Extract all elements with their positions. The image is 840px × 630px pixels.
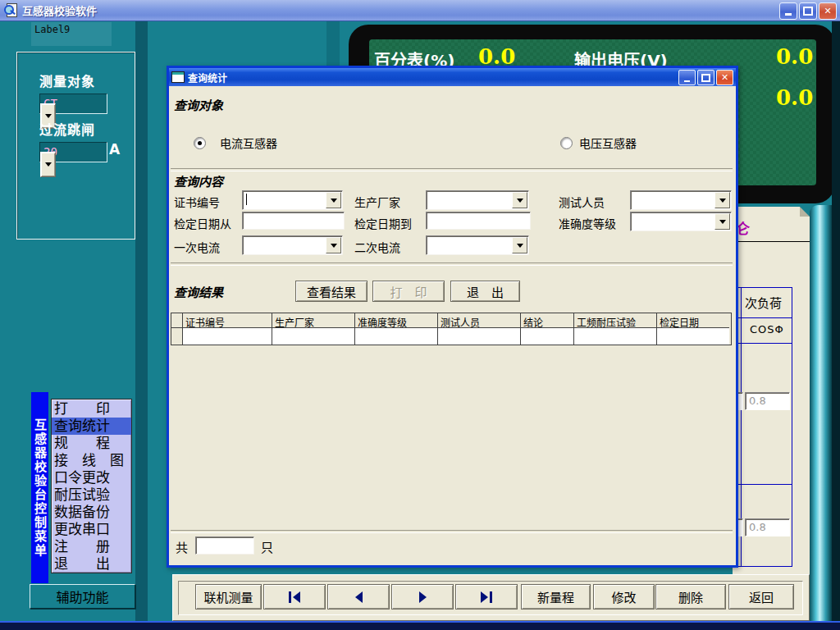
cos-phi-input-2[interactable]: 0.8 [745, 518, 790, 536]
dialog-maximize-button[interactable] [697, 70, 714, 85]
chevron-down-icon[interactable] [326, 192, 341, 208]
menu-item-print[interactable]: 打 印 [52, 400, 131, 418]
cos-phi-input-1[interactable]: 0.8 [745, 392, 790, 410]
second-row-value: 0.0 [776, 85, 813, 110]
chevron-down-icon[interactable] [326, 237, 341, 253]
menu-item-wiring-diagram[interactable]: 接 线 图 [52, 452, 131, 469]
return-button[interactable]: 返回 [728, 584, 794, 609]
col-verify-date: 检定日期 [657, 313, 729, 328]
label9-patch: Label9 [31, 22, 112, 46]
menu-item-register[interactable]: 注 册 [52, 538, 131, 555]
voltage-transformer-label[interactable]: 电压互感器 [579, 135, 637, 151]
verify-date-to-label: 检定日期到 [354, 215, 412, 231]
measure-object-label: 测量对象 [39, 71, 95, 90]
verify-date-to-input[interactable] [426, 212, 531, 230]
auxiliary-functions-button[interactable]: 辅助功能 [30, 584, 135, 609]
secondary-current-combo[interactable] [426, 235, 529, 255]
dialog-close-button[interactable]: ✕ [716, 70, 733, 85]
row-selector-header [171, 313, 183, 328]
query-statistics-dialog: 查询统计 ✕ 查询对象 电流互感器 电压互感器 查询内容 证书编号 生产厂家 [167, 66, 738, 568]
menu-item-exit[interactable]: 退 出 [52, 555, 131, 573]
dialog-title: 查询统计 [188, 71, 227, 84]
primary-current-combo[interactable] [242, 235, 343, 255]
page-fold-corner [800, 207, 810, 217]
dialog-titlebar[interactable]: 查询统计 ✕ [169, 68, 736, 86]
tester-combo[interactable] [630, 190, 732, 210]
chevron-down-icon[interactable] [512, 237, 527, 253]
window-close-button[interactable]: ✕ [819, 2, 837, 20]
secondary-current-label: 二次电流 [354, 239, 400, 255]
modify-button[interactable]: 修改 [593, 584, 655, 609]
secondary-load-header: 次负荷 [745, 294, 782, 311]
maximize-icon [701, 74, 710, 82]
exit-button[interactable]: 退 出 [450, 281, 520, 302]
menu-item-change-password[interactable]: 口令更改 [52, 469, 131, 486]
total-count-input[interactable] [195, 536, 254, 555]
panel-divider-line [733, 241, 810, 242]
previous-record-button[interactable] [327, 584, 390, 609]
verify-date-from-label: 检定日期从 [174, 215, 231, 231]
certificate-no-combo[interactable] [242, 190, 343, 210]
voltage-transformer-radio[interactable] [560, 137, 573, 149]
chevron-down-icon[interactable] [40, 152, 56, 177]
new-range-button[interactable]: 新量程 [521, 584, 591, 609]
window-restore-button[interactable] [799, 2, 817, 20]
verify-date-from-input[interactable] [242, 212, 345, 230]
control-menu: 打 印 查询统计 规 程 接 线 图 口令更改 耐压试验 数据备份 更改串口 注… [51, 399, 132, 573]
view-results-button[interactable]: 查看结果 [295, 281, 368, 302]
chevron-down-icon[interactable] [714, 192, 730, 208]
first-record-button[interactable] [263, 584, 326, 609]
col-certificate-no: 证书编号 [183, 313, 272, 328]
menu-item-query-statistics[interactable]: 查询统计 [52, 418, 131, 435]
query-content-header: 查询内容 [174, 172, 223, 189]
form-icon [171, 71, 185, 83]
menu-item-withstand-voltage-test[interactable]: 耐压试验 [52, 486, 131, 504]
previous-record-icon [355, 591, 363, 603]
menu-item-regulations[interactable]: 规 程 [52, 435, 131, 452]
measurement-panel: 测量对象 CT 过流跳闸 20 A [16, 52, 135, 240]
window-title: 互感器校验软件 [22, 2, 97, 18]
col-tester: 测试人员 [438, 313, 521, 328]
window-minimize-button[interactable] [779, 2, 797, 20]
query-object-header: 查询对象 [174, 96, 223, 113]
footer-divider [171, 530, 733, 533]
current-transformer-radio[interactable] [194, 137, 206, 149]
overcurrent-trip-combo[interactable]: 20 [39, 142, 107, 162]
record-toolbar: 联机测量 新量程 修改 删除 返回 [172, 574, 810, 621]
close-icon: ✕ [824, 6, 831, 16]
total-label: 共 [176, 538, 188, 555]
results-table-header-row: 证书编号 生产厂家 准确度等级 测试人员 结论 工频耐压试验 检定日期 [171, 313, 731, 328]
print-button[interactable]: 打 印 [372, 281, 445, 302]
chevron-down-icon[interactable] [512, 192, 527, 208]
last-record-button[interactable] [455, 584, 518, 609]
overcurrent-trip-label: 过流跳闸 [39, 119, 95, 139]
primary-current-label: 一次电流 [174, 239, 220, 255]
minimize-icon [785, 13, 792, 16]
section-divider [171, 262, 733, 266]
main-titlebar[interactable]: 互感器校验软件 ✕ [0, 0, 840, 21]
col-power-freq-test: 工频耐压试验 [574, 313, 657, 328]
manufacturer-combo[interactable] [426, 190, 529, 210]
results-table: 证书编号 生产厂家 准确度等级 测试人员 结论 工频耐压试验 检定日期 [171, 313, 732, 345]
measure-object-combo[interactable]: CT [39, 94, 107, 114]
application-window: Label9 百分表(%) 0.0 输出电压(V) 0.0 0.0 仑 次负荷 … [0, 0, 840, 630]
app-document-magnifier-icon [4, 3, 19, 18]
accuracy-class-combo[interactable] [630, 212, 732, 231]
results-table-empty-row[interactable] [171, 328, 731, 345]
tester-label: 测试人员 [559, 194, 605, 210]
delete-button[interactable]: 删除 [655, 584, 726, 609]
dialog-body: 查询对象 电流互感器 电压互感器 查询内容 证书编号 生产厂家 测试人员 检 [169, 86, 736, 565]
unit-label: 只 [261, 538, 273, 555]
menu-item-data-backup[interactable]: 数据备份 [52, 504, 131, 521]
chevron-down-icon[interactable] [714, 213, 730, 230]
current-transformer-label[interactable]: 电流互感器 [220, 135, 277, 151]
menu-item-change-serial-port[interactable]: 更改串口 [52, 521, 131, 538]
cos-phi-header: COSΦ [750, 323, 784, 336]
bezel-pipe [810, 205, 832, 625]
dialog-minimize-button[interactable] [678, 70, 696, 85]
online-measure-button[interactable]: 联机测量 [195, 584, 262, 609]
minimize-icon [684, 80, 690, 82]
certificate-no-value[interactable] [243, 191, 325, 209]
output-voltage-value: 0.0 [776, 44, 813, 69]
next-record-button[interactable] [391, 584, 454, 609]
